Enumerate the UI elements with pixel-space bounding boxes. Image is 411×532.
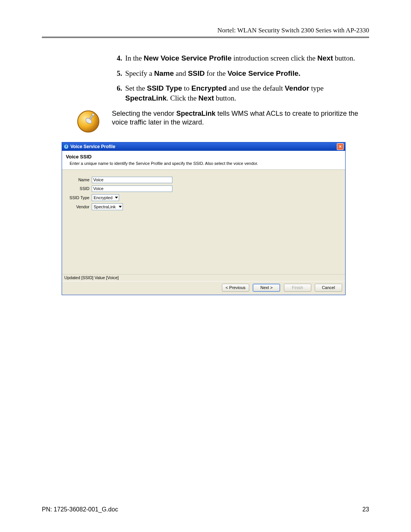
cancel-button[interactable]: Cancel [315, 284, 342, 292]
form-row-name: Name [67, 177, 340, 183]
ssid-type-select[interactable]: Encrypted [92, 194, 119, 201]
page-header: Nortel: WLAN Security Switch 2300 Series… [42, 27, 369, 36]
step-number: 6. [112, 83, 125, 103]
dialog-description: Enter a unique name to identify the Serv… [66, 161, 341, 166]
dialog-status: Updated [SSID] Value [Voice] [62, 274, 345, 281]
step-number: 4. [112, 53, 125, 63]
step-6: 6. Set the SSID Type to Encrypted and us… [112, 83, 362, 103]
step-5: 5. Specify a Name and SSID for the Voice… [112, 69, 362, 78]
form-row-vendor: Vendor SpectraLink [67, 203, 340, 210]
name-label: Name [67, 177, 92, 182]
pushpin-icon [76, 109, 100, 134]
chevron-down-icon [119, 206, 122, 208]
chevron-down-icon [115, 197, 118, 198]
form-row-ssid-type: SSID Type Encrypted [67, 194, 340, 201]
ssid-type-value: Encrypted [94, 195, 113, 200]
step-body: Specify a Name and SSID for the Voice Se… [125, 69, 362, 78]
dialog-heading: Voice SSID [66, 154, 341, 160]
previous-button[interactable]: < Previous [222, 284, 249, 292]
step-body: Set the SSID Type to Encrypted and use t… [125, 83, 362, 103]
step-body: In the New Voice Service Profile introdu… [125, 53, 362, 63]
ssid-label: SSID [67, 186, 92, 191]
dialog-button-row: < Previous Next > Finish Cancel [62, 281, 345, 295]
step-number: 5. [112, 69, 125, 78]
form-row-ssid: SSID [67, 185, 340, 192]
footer-pn: PN: 1725-36082-001_G.doc [42, 506, 118, 513]
vendor-select[interactable]: SpectraLink [92, 203, 123, 210]
page-footer: PN: 1725-36082-001_G.doc 23 [42, 506, 369, 513]
step-4: 4. In the New Voice Service Profile intr… [112, 53, 362, 63]
dialog-header: Voice SSID Enter a unique name to identi… [62, 151, 345, 170]
steps-list: 4. In the New Voice Service Profile intr… [112, 53, 362, 103]
voice-service-profile-dialog: Voice Service Profile × Voice SSID Enter… [62, 142, 346, 295]
name-input[interactable] [92, 177, 172, 183]
next-button[interactable]: Next > [253, 284, 280, 292]
dialog-title: Voice Service Profile [70, 144, 115, 149]
vendor-value: SpectraLink [94, 204, 116, 209]
finish-button[interactable]: Finish [284, 284, 311, 292]
header-rule [42, 37, 369, 38]
footer-page-number: 23 [362, 506, 369, 513]
note-row: Selecting the vendor SpectraLink tells W… [76, 109, 362, 134]
svg-rect-5 [66, 145, 67, 147]
page: Nortel: WLAN Security Switch 2300 Series… [0, 0, 411, 532]
ssid-type-label: SSID Type [67, 195, 92, 200]
dialog-title-icon [64, 144, 69, 149]
dialog-body: Name SSID SSID Type Encrypted Vendor Spe… [62, 170, 345, 274]
vendor-label: Vendor [67, 204, 92, 209]
note-text: Selecting the vendor SpectraLink tells W… [112, 109, 362, 127]
close-button[interactable]: × [337, 143, 344, 150]
ssid-input[interactable] [92, 185, 172, 192]
dialog-titlebar: Voice Service Profile × [62, 142, 345, 151]
